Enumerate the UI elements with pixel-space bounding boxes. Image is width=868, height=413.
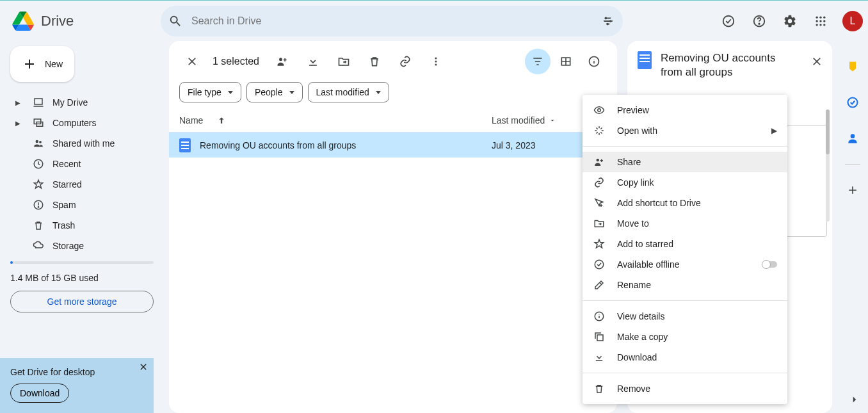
column-label: Last modified (492, 115, 545, 126)
svg-point-2 (606, 22, 609, 25)
ctx-label: Available offline (617, 259, 680, 270)
star-icon (32, 179, 45, 190)
ctx-move-to[interactable]: Move to (583, 213, 787, 234)
scrollbar[interactable] (826, 109, 830, 222)
ctx-download[interactable]: Download (583, 347, 787, 368)
sidebar-item-spam[interactable]: Spam (10, 195, 154, 215)
search-icon (168, 14, 182, 28)
ctx-add-shortcut[interactable]: Add shortcut to Drive (583, 193, 787, 213)
link-button[interactable] (392, 49, 418, 74)
svg-point-10 (819, 20, 821, 22)
svg-point-11 (823, 20, 825, 22)
ctx-rename[interactable]: Rename (583, 275, 787, 295)
search-options-icon[interactable] (601, 14, 615, 28)
account-avatar[interactable]: L (842, 11, 863, 31)
grid-view-button[interactable] (553, 49, 579, 74)
sort-arrow-icon (217, 116, 226, 125)
share-button[interactable] (269, 49, 295, 74)
svg-point-9 (816, 20, 818, 22)
sidebar-item-recent[interactable]: Recent (10, 154, 154, 174)
ctx-label: Download (617, 352, 657, 362)
link-icon (593, 177, 606, 188)
trash-icon (32, 220, 45, 231)
shortcut-icon (593, 197, 606, 209)
apps-icon[interactable] (808, 8, 833, 34)
sidebar-item-label: Computers (52, 118, 96, 128)
mydrive-icon (32, 97, 45, 108)
ctx-remove[interactable]: Remove (583, 378, 787, 399)
ctx-separator (583, 373, 787, 373)
chevron-down-icon (228, 91, 233, 94)
help-icon[interactable] (746, 8, 772, 34)
offline-toggle[interactable] (763, 261, 777, 268)
download-icon (593, 352, 606, 363)
download-button[interactable] (300, 49, 326, 74)
ctx-view-details[interactable]: View details (583, 306, 787, 327)
sidebar-item-computers[interactable]: ▶Computers (10, 113, 154, 133)
search-bar[interactable] (161, 6, 623, 36)
copy-icon (593, 331, 606, 343)
svg-point-31 (597, 159, 600, 162)
ctx-available-offline[interactable]: Available offline (583, 254, 787, 275)
promo-close-button[interactable] (138, 362, 149, 372)
ctx-label: Copy link (617, 177, 654, 188)
ctx-share[interactable]: Share (583, 152, 787, 172)
close-selection-button[interactable] (179, 49, 205, 74)
filter-toggle-button[interactable] (525, 49, 551, 74)
search-input[interactable] (191, 15, 592, 27)
close-details-button[interactable] (807, 51, 827, 72)
ctx-label: Add shortcut to Drive (617, 198, 701, 208)
plus-icon (22, 56, 37, 72)
keep-icon[interactable] (840, 54, 865, 79)
sidebar-item-label: Recent (52, 159, 81, 169)
svg-point-22 (279, 58, 282, 61)
svg-point-8 (823, 16, 825, 18)
contacts-icon[interactable] (840, 126, 865, 151)
svg-point-14 (823, 24, 825, 26)
docs-icon (638, 51, 652, 69)
ctx-make-copy[interactable]: Make a copy (583, 327, 787, 347)
get-addons-icon[interactable] (840, 177, 865, 203)
sidebar-item-shared[interactable]: Shared with me (10, 133, 154, 154)
sidebar-item-storage[interactable]: Storage (10, 236, 154, 256)
svg-point-24 (435, 61, 437, 63)
more-button[interactable] (423, 49, 449, 74)
promo-title: Get Drive for desktop (10, 367, 143, 377)
sidebar-item-mydrive[interactable]: ▶My Drive (10, 92, 154, 113)
sidebar-item-starred[interactable]: Starred (10, 174, 154, 195)
chevron-down-icon (549, 117, 556, 124)
star-icon (593, 238, 606, 250)
sidebar-item-label: My Drive (52, 97, 88, 108)
app-name: Drive (41, 13, 74, 29)
folder-move-icon (593, 218, 606, 229)
ctx-preview[interactable]: Preview (583, 100, 787, 120)
chip-label: File type (188, 87, 221, 97)
collapse-sidepanel-button[interactable] (849, 394, 860, 405)
ctx-copy-link[interactable]: Copy link (583, 172, 787, 193)
filter-people[interactable]: People (246, 82, 303, 102)
filter-modified[interactable]: Last modified (308, 82, 389, 102)
drive-logo[interactable]: Drive (10, 8, 154, 34)
svg-point-29 (851, 134, 855, 138)
column-name[interactable]: Name (179, 115, 492, 126)
tasks-icon[interactable] (840, 90, 865, 115)
storage-bar (10, 261, 154, 264)
column-label: Name (179, 115, 203, 126)
ready-offline-icon[interactable] (716, 8, 741, 34)
filter-file-type[interactable]: File type (179, 82, 241, 102)
ctx-add-starred[interactable]: Add to starred (583, 234, 787, 254)
get-storage-button[interactable]: Get more storage (10, 291, 154, 312)
context-menu: Preview Open with▶ Share Copy link Add s… (583, 95, 787, 404)
details-toggle-button[interactable] (581, 49, 607, 74)
ctx-label: View details (617, 311, 664, 321)
file-row[interactable]: Removing OU accounts from all groups Jul… (169, 132, 617, 158)
sidebar-item-trash[interactable]: Trash (10, 215, 154, 236)
eye-icon (593, 104, 606, 116)
move-button[interactable] (331, 49, 357, 74)
new-button[interactable]: New (10, 46, 74, 82)
ctx-open-with[interactable]: Open with▶ (583, 120, 787, 141)
delete-button[interactable] (362, 49, 387, 74)
spam-icon (32, 199, 45, 211)
promo-download-button[interactable]: Download (10, 384, 69, 403)
settings-icon[interactable] (777, 8, 803, 34)
